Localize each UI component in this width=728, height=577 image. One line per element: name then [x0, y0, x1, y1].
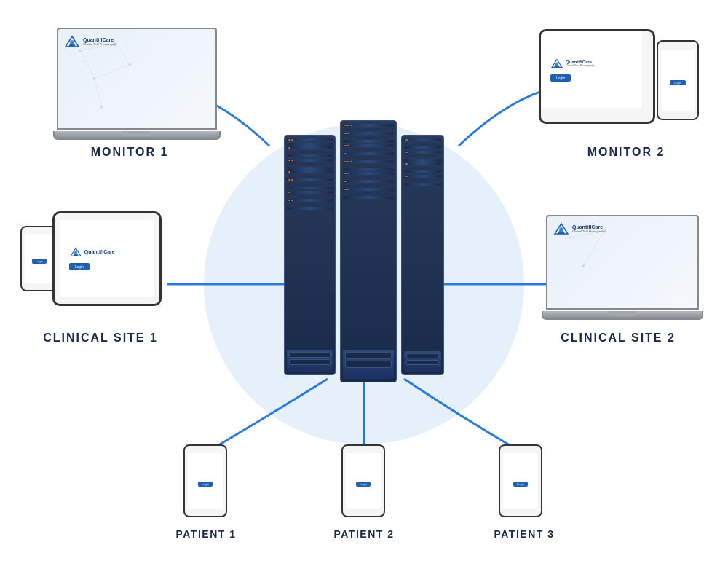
svg-line-8 [80, 50, 94, 79]
svg-line-7 [116, 43, 130, 64]
svg-point-20 [568, 236, 571, 239]
monitor2-device: QuantifiCare Clinical Trial Photography … [539, 29, 706, 124]
svg-line-9 [95, 65, 130, 79]
monitor1-label: MONITOR 1 [50, 146, 210, 159]
clinical2-device: QuantifiCare Clinical Trial Photography [539, 215, 706, 320]
svg-line-24 [584, 230, 605, 265]
svg-point-13 [70, 40, 74, 44]
svg-point-5 [100, 106, 103, 109]
server-rack [284, 135, 444, 375]
svg-point-4 [128, 63, 131, 66]
svg-point-19 [74, 251, 77, 254]
patient2-label: PATIENT 2 [317, 528, 411, 540]
svg-point-22 [582, 264, 585, 267]
patient1-label: PATIENT 1 [159, 528, 253, 540]
svg-point-27 [559, 227, 563, 232]
patient3-label: PATIENT 3 [477, 528, 571, 540]
svg-point-16 [555, 62, 559, 66]
diagram-canvas: QuantifiCare Clinical Trial Photography … [0, 0, 728, 577]
clinical1-label: CLINICAL SITE 1 [20, 331, 181, 345]
monitor2-label: MONITOR 2 [546, 146, 706, 159]
svg-line-10 [95, 79, 102, 107]
monitor1-device: QuantifiCare Clinical Trial Photography [50, 28, 224, 140]
clinical2-label: CLINICAL SITE 2 [538, 331, 698, 345]
